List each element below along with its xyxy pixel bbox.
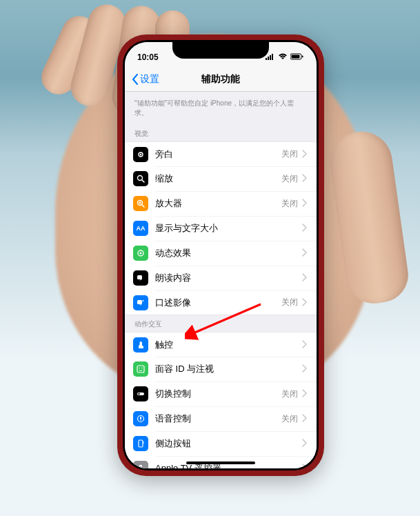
voice-control-icon <box>133 411 148 426</box>
svg-rect-1 <box>268 57 269 60</box>
cell-label: 面容 ID 与注视 <box>155 363 302 375</box>
cell-label: 触控 <box>155 339 302 351</box>
section-header-vision: 视觉 <box>125 125 317 141</box>
svg-point-31 <box>140 466 141 468</box>
svg-line-14 <box>142 205 144 207</box>
cell-label: 口述影像 <box>155 297 281 309</box>
switch-control-icon <box>133 386 148 401</box>
chevron-right-icon <box>302 223 307 234</box>
svg-line-10 <box>142 180 144 182</box>
svg-point-8 <box>140 153 142 155</box>
settings-cell[interactable]: 切换控制关闭 <box>125 381 317 406</box>
chevron-right-icon <box>302 413 307 424</box>
chevron-right-icon <box>302 149 307 160</box>
settings-cell[interactable]: 侧边按钮 <box>125 431 317 456</box>
cell-value: 关闭 <box>281 148 298 160</box>
cell-label: 朗读内容 <box>155 272 302 284</box>
cell-label: 显示与文字大小 <box>155 222 302 235</box>
svg-rect-2 <box>270 55 271 60</box>
chevron-right-icon <box>302 272 307 284</box>
chevron-right-icon <box>302 364 307 375</box>
svg-point-21 <box>139 368 140 369</box>
screen: 10:05 设置 辅助功能 <box>125 42 317 468</box>
svg-rect-3 <box>272 54 273 60</box>
navigation-bar: 设置 辅助功能 <box>125 67 317 92</box>
settings-cell[interactable]: 放大器关闭 <box>125 191 317 216</box>
touch-icon <box>133 337 148 353</box>
iphone-device: 10:05 设置 辅助功能 <box>117 34 324 476</box>
appletv-remote-icon <box>133 461 148 468</box>
svg-rect-20 <box>137 366 144 373</box>
settings-cell[interactable]: 动态效果 <box>125 241 317 266</box>
svg-rect-28 <box>139 440 143 447</box>
page-description: "辅助功能"可帮助您自定 iPhone，以满足您的个人需求。 <box>125 92 317 125</box>
cell-label: 动态效果 <box>155 247 302 259</box>
settings-cell[interactable]: 语音控制关闭 <box>125 406 317 431</box>
cell-value: 关闭 <box>281 198 298 210</box>
side-button-icon <box>133 436 148 451</box>
chevron-right-icon <box>302 438 307 449</box>
status-time: 10:05 <box>137 52 159 62</box>
cell-label: 缩放 <box>155 172 281 185</box>
chevron-right-icon <box>302 297 307 308</box>
cell-label: 旁白 <box>155 148 281 161</box>
settings-cell[interactable]: 旁白关闭 <box>125 141 317 166</box>
notch <box>172 42 269 59</box>
chevron-right-icon <box>302 339 307 350</box>
faceid-icon <box>133 361 148 377</box>
svg-point-19 <box>143 300 144 301</box>
audio-desc-icon <box>133 295 148 310</box>
chevron-right-icon <box>302 198 307 209</box>
chevron-right-icon <box>302 248 307 259</box>
chevron-right-icon <box>302 173 307 184</box>
svg-rect-17 <box>137 275 142 279</box>
magnifier-icon <box>133 196 148 211</box>
svg-rect-26 <box>140 417 141 419</box>
chevron-left-icon <box>132 74 139 85</box>
settings-cell[interactable]: 触控 <box>125 332 317 357</box>
back-label: 设置 <box>140 73 159 86</box>
cell-label: 切换控制 <box>155 388 281 400</box>
settings-cell[interactable]: 面容 ID 与注视 <box>125 357 317 381</box>
spoken-content-icon <box>133 270 148 286</box>
zoom-icon <box>133 171 148 186</box>
settings-cell[interactable]: 口述影像关闭 <box>125 290 317 315</box>
motion-icon <box>133 246 148 261</box>
svg-rect-18 <box>137 300 142 304</box>
svg-rect-29 <box>143 441 144 444</box>
svg-rect-5 <box>292 55 300 59</box>
cell-label: 语音控制 <box>155 413 281 425</box>
cell-label: 侧边按钮 <box>155 437 302 450</box>
section-header-interaction: 动作交互 <box>125 315 317 332</box>
cell-value: 关闭 <box>281 388 298 400</box>
display-text-icon: AA <box>133 221 148 236</box>
battery-icon <box>290 52 304 62</box>
cell-value: 关闭 <box>281 297 298 308</box>
back-button[interactable]: 设置 <box>132 73 159 86</box>
settings-cell[interactable]: AA显示与文字大小 <box>125 216 317 241</box>
voiceover-icon <box>133 147 148 162</box>
svg-rect-6 <box>302 56 303 58</box>
cell-value: 关闭 <box>281 173 298 185</box>
svg-rect-0 <box>266 58 267 60</box>
settings-cell[interactable]: 缩放关闭 <box>125 166 317 191</box>
cell-label: 放大器 <box>155 197 281 210</box>
svg-point-24 <box>138 393 140 395</box>
chevron-right-icon <box>302 463 307 468</box>
cell-value: 关闭 <box>281 413 298 425</box>
settings-cell[interactable]: 朗读内容 <box>125 266 317 290</box>
svg-point-16 <box>140 252 142 255</box>
chevron-right-icon <box>302 388 307 399</box>
home-indicator[interactable] <box>186 462 255 464</box>
wifi-icon <box>278 52 288 62</box>
svg-point-22 <box>141 368 143 369</box>
